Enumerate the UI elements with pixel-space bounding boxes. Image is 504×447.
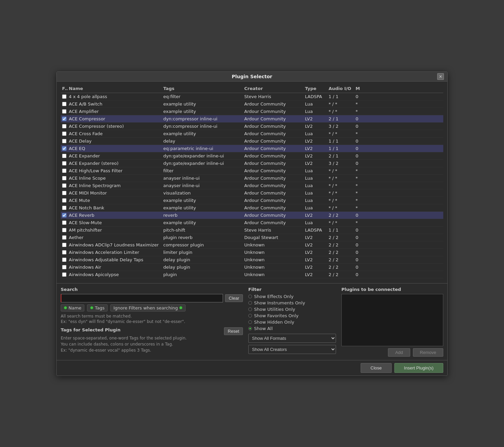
table-row[interactable]: ACE EQ eq:parametric inline-ui Ardour Co… — [61, 145, 443, 152]
fav-checkbox-cell[interactable] — [61, 102, 67, 106]
fav-checkbox-cell[interactable] — [61, 206, 67, 210]
fav-checkbox[interactable] — [62, 161, 66, 166]
fav-checkbox-cell[interactable] — [61, 272, 67, 277]
fav-checkbox[interactable] — [62, 154, 66, 158]
fav-checkbox-cell[interactable] — [61, 124, 67, 128]
fav-checkbox-cell[interactable] — [61, 154, 67, 158]
creator-select[interactable]: Show All CreatorsArdour CommunitySteve H… — [248, 345, 336, 354]
fav-checkbox[interactable] — [62, 250, 66, 255]
table-row[interactable]: ACE MIDI Monitor visualization Ardour Co… — [61, 189, 443, 197]
close-button[interactable]: Close — [361, 363, 391, 373]
table-row[interactable]: ACE Reverb reverb Ardour Community LV2 2… — [61, 212, 443, 219]
table-row[interactable]: ACE Amplifier example utility Ardour Com… — [61, 108, 443, 115]
table-row[interactable]: ACE A/B Switch example utility Ardour Co… — [61, 100, 443, 108]
fav-checkbox[interactable] — [62, 146, 66, 151]
close-icon[interactable]: × — [437, 73, 444, 80]
table-row[interactable]: Airwindows Air delay plugin Unknown LV2 … — [61, 264, 443, 271]
table-row[interactable]: ACE Inline Spectrogram anayser inline-ui… — [61, 182, 443, 189]
table-row[interactable]: Airwindows Acceleration Limiter limiter … — [61, 249, 443, 256]
table-row[interactable]: Aether plugin reverb Dougal Stewart LV2 … — [61, 234, 443, 241]
filter-option[interactable]: Show Effects Only — [248, 294, 336, 299]
search-input[interactable] — [61, 294, 223, 302]
fav-checkbox[interactable] — [62, 117, 66, 121]
table-row[interactable]: ACE Compressor (stereo) dyn:compressor i… — [61, 123, 443, 130]
plugin-type: Lua — [304, 109, 327, 114]
add-button[interactable]: Add — [388, 348, 410, 357]
fav-checkbox[interactable] — [62, 169, 66, 173]
fav-checkbox[interactable] — [62, 220, 66, 225]
fav-checkbox[interactable] — [62, 131, 66, 136]
fav-checkbox-cell[interactable] — [61, 169, 67, 173]
fav-checkbox[interactable] — [62, 176, 66, 180]
plugin-audio: 2 / 2 — [327, 257, 354, 263]
fav-checkbox-cell[interactable] — [61, 243, 67, 247]
plugin-m: * — [354, 175, 374, 181]
table-row[interactable]: ACE Inline Scope anayser inline-ui Ardou… — [61, 175, 443, 182]
name-toggle[interactable]: Name — [61, 304, 84, 311]
table-row[interactable]: 4 x 4 pole allpass eq:filter Steve Harri… — [61, 93, 443, 100]
fav-checkbox-cell[interactable] — [61, 250, 67, 255]
reset-button[interactable]: Reset — [224, 327, 243, 335]
table-row[interactable]: ACE Expander (stereo) dyn:gate/expander … — [61, 160, 443, 167]
fav-checkbox-cell[interactable] — [61, 220, 67, 225]
fav-checkbox-cell[interactable] — [61, 161, 67, 166]
fav-checkbox[interactable] — [62, 235, 66, 240]
filter-option[interactable]: Show Instruments Only — [248, 300, 336, 305]
fav-checkbox[interactable] — [62, 198, 66, 203]
clear-button[interactable]: Clear — [225, 294, 243, 302]
filter-option[interactable]: Show Hidden Only — [248, 320, 336, 325]
fav-checkbox[interactable] — [62, 102, 66, 106]
fav-checkbox[interactable] — [62, 272, 66, 277]
filter-option[interactable]: Show All — [248, 326, 336, 331]
table-row[interactable]: ACE Slow-Mute example utility Ardour Com… — [61, 219, 443, 227]
fav-checkbox-cell[interactable] — [61, 265, 67, 269]
fav-checkbox-cell[interactable] — [61, 213, 67, 217]
fav-checkbox-cell[interactable] — [61, 235, 67, 240]
ignore-filters-toggle[interactable]: Ignore Filters when searching — [110, 304, 186, 311]
format-select[interactable]: Show All FormatsVSTLV2LADSPALuaAU — [248, 334, 336, 343]
fav-checkbox[interactable] — [62, 109, 66, 114]
fav-checkbox[interactable] — [62, 139, 66, 143]
fav-checkbox[interactable] — [62, 94, 66, 99]
fav-checkbox-cell[interactable] — [61, 117, 67, 121]
fav-checkbox[interactable] — [62, 124, 66, 128]
table-row[interactable]: AM pitchshifter pitch-shift Steve Harris… — [61, 227, 443, 234]
table-row[interactable]: Airwindows Apicolypse plugin Unknown LV2… — [61, 271, 443, 278]
filter-option[interactable]: Show Favorites Only — [248, 313, 336, 318]
table-row[interactable]: ACE Delay delay Ardour Community LV2 1 /… — [61, 138, 443, 145]
fav-checkbox-cell[interactable] — [61, 109, 67, 114]
table-row[interactable]: Airwindows Adjustable Delay Taps delay p… — [61, 256, 443, 264]
fav-checkbox[interactable] — [62, 191, 66, 195]
table-row[interactable]: ACE Mute example utility Ardour Communit… — [61, 197, 443, 204]
fav-checkbox-cell[interactable] — [61, 131, 67, 136]
fav-checkbox[interactable] — [62, 228, 66, 232]
fav-checkbox[interactable] — [62, 258, 66, 262]
fav-checkbox[interactable] — [62, 243, 66, 247]
tags-toggle[interactable]: Tags — [87, 304, 108, 311]
fav-checkbox[interactable] — [62, 265, 66, 269]
table-row[interactable]: ACE Cross Fade example utility Ardour Co… — [61, 130, 443, 138]
table-row[interactable]: ACE Expander dyn:gate/expander inline-ui… — [61, 152, 443, 160]
plugin-tags: delay plugin — [162, 264, 243, 270]
fav-checkbox-cell[interactable] — [61, 258, 67, 262]
fav-checkbox[interactable] — [62, 206, 66, 210]
plugin-creator: Ardour Community — [243, 205, 304, 211]
remove-button[interactable]: Remove — [413, 348, 443, 357]
fav-checkbox-cell[interactable] — [61, 176, 67, 180]
plugin-list[interactable]: 4 x 4 pole allpass eq:filter Steve Harri… — [61, 93, 443, 282]
filter-option[interactable]: Show Utilities Only — [248, 307, 336, 312]
fav-checkbox[interactable] — [62, 183, 66, 188]
fav-checkbox-cell[interactable] — [61, 94, 67, 99]
table-row[interactable]: ACE High/Low Pass Filter filter Ardour C… — [61, 167, 443, 175]
fav-checkbox-cell[interactable] — [61, 228, 67, 232]
fav-checkbox-cell[interactable] — [61, 183, 67, 188]
fav-checkbox-cell[interactable] — [61, 191, 67, 195]
table-row[interactable]: ACE Notch Bank example utility Ardour Co… — [61, 204, 443, 212]
insert-button[interactable]: Insert Plugin(s) — [394, 363, 443, 373]
fav-checkbox-cell[interactable] — [61, 198, 67, 203]
fav-checkbox-cell[interactable] — [61, 146, 67, 151]
table-row[interactable]: Airwindows ADClip7 Loudness Maximizer co… — [61, 241, 443, 249]
fav-checkbox-cell[interactable] — [61, 139, 67, 143]
fav-checkbox[interactable] — [62, 213, 66, 217]
table-row[interactable]: ACE Compressor dyn:compressor inline-ui … — [61, 115, 443, 123]
